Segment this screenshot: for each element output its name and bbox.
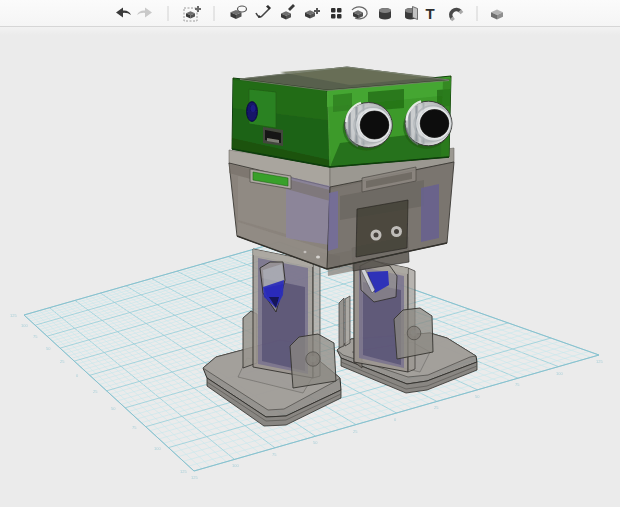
svg-text:0: 0	[394, 417, 397, 422]
svg-text:50: 50	[313, 440, 318, 445]
svg-text:T: T	[425, 5, 434, 22]
svg-text:75: 75	[132, 425, 137, 430]
svg-text:100: 100	[556, 371, 563, 376]
svg-text:125: 125	[191, 475, 198, 480]
svg-text:25: 25	[434, 405, 439, 410]
svg-text:125: 125	[10, 313, 17, 318]
svg-text:100: 100	[21, 323, 28, 328]
svg-text:75: 75	[33, 334, 38, 339]
svg-text:125: 125	[180, 469, 187, 474]
svg-text:100: 100	[154, 446, 161, 451]
svg-text:25: 25	[93, 389, 98, 394]
svg-text:50: 50	[46, 346, 51, 351]
svg-text:0: 0	[76, 373, 79, 378]
svg-text:125: 125	[596, 359, 603, 364]
svg-text:50: 50	[475, 394, 480, 399]
svg-text:50: 50	[111, 406, 116, 411]
svg-text:100: 100	[232, 463, 239, 468]
svg-text:25: 25	[60, 359, 65, 364]
svg-text:25: 25	[353, 429, 358, 434]
svg-text:75: 75	[272, 452, 277, 457]
svg-text:75: 75	[515, 382, 520, 387]
